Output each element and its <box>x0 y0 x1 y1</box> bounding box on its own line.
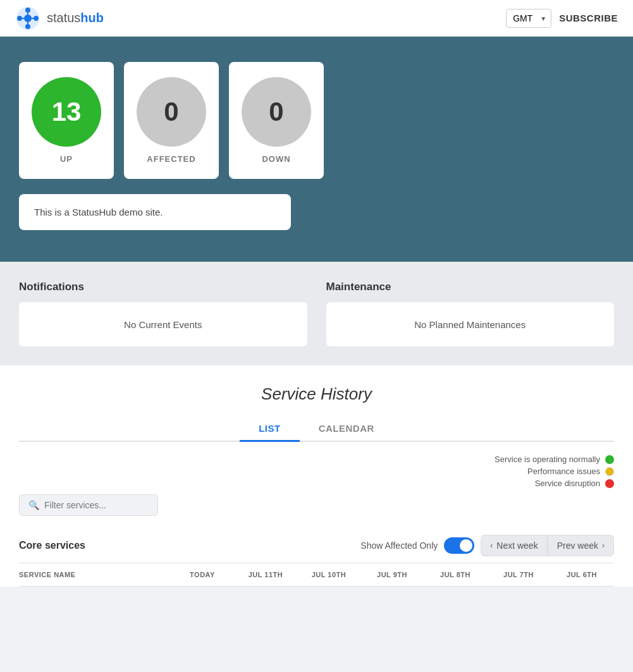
subscribe-button[interactable]: SUBSCRIBE <box>559 13 618 23</box>
show-affected-label: Show Affected Only <box>360 541 438 551</box>
stat-label-up: UP <box>60 154 73 164</box>
header-right: GMT ▼ SUBSCRIBE <box>506 9 618 28</box>
week-nav: ‹ Next week Prev week › <box>481 535 614 556</box>
stat-circle-affected: 0 <box>137 77 206 147</box>
notifications-empty: No Current Events <box>19 302 307 346</box>
th-today: TODAY <box>171 571 234 578</box>
th-jul10: JUL 10TH <box>297 571 360 578</box>
stat-circle-up: 13 <box>32 77 101 147</box>
show-affected-area: Show Affected Only ‹ Next week Prev week… <box>360 535 614 556</box>
logo-text: statushub <box>47 11 104 25</box>
legend-item-disruption: Service disruption <box>535 479 614 488</box>
th-jul11: JUL 11TH <box>234 571 297 578</box>
service-history-title: Service History <box>19 384 614 404</box>
show-affected-toggle[interactable] <box>444 537 474 554</box>
prev-week-label: Prev week <box>557 541 598 551</box>
search-icon: 🔍 <box>28 500 39 510</box>
legend-row: Service is operating normally Performanc… <box>19 455 614 488</box>
legend-dot-red <box>605 479 614 488</box>
maintenance-panel: Maintenance No Planned Maintenances <box>326 281 615 346</box>
search-box[interactable]: 🔍 <box>19 494 158 516</box>
demo-notice: This is a StatusHub demo site. <box>19 194 291 230</box>
stat-label-down: DOWN <box>262 154 290 164</box>
legend-label-performance: Performance issues <box>527 467 600 476</box>
chevron-left-icon: ‹ <box>490 541 493 550</box>
table-header: SERVICE NAME TODAY JUL 11TH JUL 10TH JUL… <box>19 563 614 587</box>
maintenance-title: Maintenance <box>326 281 615 293</box>
th-jul6: JUL 6TH <box>550 571 613 578</box>
svg-point-2 <box>25 8 30 13</box>
gmt-select-wrapper[interactable]: GMT ▼ <box>506 9 551 28</box>
legend-dot-green <box>605 455 614 464</box>
legend-item-performance: Performance issues <box>527 467 614 476</box>
svg-point-1 <box>24 15 32 22</box>
core-controls: Core services Show Affected Only ‹ Next … <box>19 528 614 563</box>
tabs: LIST CALENDAR <box>19 417 614 442</box>
legend-label-disruption: Service disruption <box>535 479 600 488</box>
gmt-select[interactable]: GMT <box>506 9 551 28</box>
th-jul7: JUL 7TH <box>487 571 550 578</box>
legend-dot-yellow <box>605 467 614 476</box>
core-services-title: Core services <box>19 540 85 551</box>
stat-circle-down: 0 <box>242 77 311 147</box>
stat-card-affected: 0 AFFECTED <box>124 62 219 179</box>
tab-list[interactable]: LIST <box>240 417 300 442</box>
notifications-panel: Notifications No Current Events <box>19 281 307 346</box>
maintenance-empty: No Planned Maintenances <box>326 302 615 346</box>
stat-card-up: 13 UP <box>19 62 114 179</box>
svg-point-5 <box>34 16 39 21</box>
notifications-title: Notifications <box>19 281 307 293</box>
th-jul9: JUL 9TH <box>360 571 424 578</box>
legend-label-normal: Service is operating normally <box>495 455 600 464</box>
next-week-button[interactable]: ‹ Next week <box>481 535 547 556</box>
panels-section: Notifications No Current Events Maintena… <box>0 262 633 365</box>
th-service-name: SERVICE NAME <box>19 571 171 578</box>
logo-icon <box>15 6 40 31</box>
controls-row: 🔍 <box>19 494 614 516</box>
chevron-right-icon: › <box>602 541 605 550</box>
logo-area: statushub <box>15 6 104 31</box>
stat-card-down: 0 DOWN <box>229 62 324 179</box>
next-week-label: Next week <box>496 541 538 551</box>
svg-point-4 <box>17 16 22 21</box>
hero-section: 13 UP 0 AFFECTED 0 DOWN This is a Status… <box>0 37 633 262</box>
stats-row: 13 UP 0 AFFECTED 0 DOWN <box>19 62 614 179</box>
prev-week-button[interactable]: Prev week › <box>548 535 614 556</box>
legend-item-normal: Service is operating normally <box>495 455 614 464</box>
search-input[interactable] <box>44 500 145 510</box>
header: statushub GMT ▼ SUBSCRIBE <box>0 0 633 37</box>
th-jul8: JUL 8TH <box>424 571 487 578</box>
tab-calendar[interactable]: CALENDAR <box>300 417 393 442</box>
svg-point-3 <box>25 24 30 29</box>
service-history-section: Service History LIST CALENDAR Service is… <box>0 365 633 587</box>
stat-label-affected: AFFECTED <box>147 154 195 164</box>
